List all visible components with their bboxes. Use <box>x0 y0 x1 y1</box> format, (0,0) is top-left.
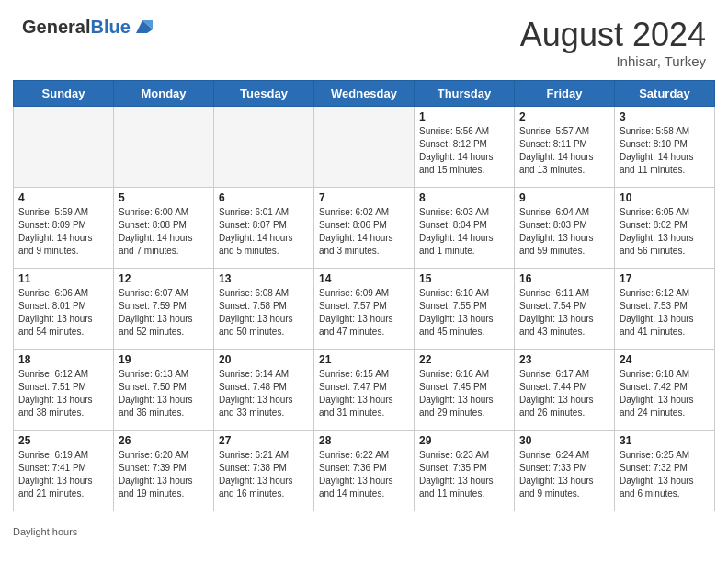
day-number: 30 <box>519 434 609 447</box>
day-info: Sunrise: 6:13 AM Sunset: 7:50 PM Dayligh… <box>119 368 209 419</box>
day-number: 21 <box>319 353 409 366</box>
calendar-cell: 19Sunrise: 6:13 AM Sunset: 7:50 PM Dayli… <box>114 349 214 430</box>
calendar-cell: 27Sunrise: 6:21 AM Sunset: 7:38 PM Dayli… <box>214 430 314 511</box>
month-year: August 2024 <box>520 17 706 53</box>
calendar-cell: 21Sunrise: 6:15 AM Sunset: 7:47 PM Dayli… <box>314 349 415 430</box>
calendar-cell: 24Sunrise: 6:18 AM Sunset: 7:42 PM Dayli… <box>615 349 715 430</box>
calendar-cell: 30Sunrise: 6:24 AM Sunset: 7:33 PM Dayli… <box>515 430 615 511</box>
logo-general: GeneralBlue <box>22 17 131 37</box>
calendar-table: SundayMondayTuesdayWednesdayThursdayFrid… <box>13 80 715 511</box>
day-number: 5 <box>119 191 209 204</box>
calendar-cell: 17Sunrise: 6:12 AM Sunset: 7:53 PM Dayli… <box>615 268 715 349</box>
day-info: Sunrise: 6:23 AM Sunset: 7:35 PM Dayligh… <box>419 449 509 500</box>
col-header-wednesday: Wednesday <box>314 80 415 106</box>
day-number: 1 <box>419 110 509 123</box>
day-info: Sunrise: 6:25 AM Sunset: 7:32 PM Dayligh… <box>620 449 710 500</box>
col-header-saturday: Saturday <box>615 80 715 106</box>
day-number: 29 <box>419 434 509 447</box>
calendar-cell: 11Sunrise: 6:06 AM Sunset: 8:01 PM Dayli… <box>14 268 114 349</box>
footer: Daylight hours <box>0 521 728 541</box>
day-number: 17 <box>620 272 710 285</box>
calendar-week-1: 4Sunrise: 5:59 AM Sunset: 8:09 PM Daylig… <box>14 187 715 268</box>
calendar-cell: 23Sunrise: 6:17 AM Sunset: 7:44 PM Dayli… <box>515 349 615 430</box>
title-block: August 2024 Inhisar, Turkey <box>520 17 706 69</box>
day-info: Sunrise: 6:08 AM Sunset: 7:58 PM Dayligh… <box>219 287 309 339</box>
calendar-cell: 16Sunrise: 6:11 AM Sunset: 7:54 PM Dayli… <box>515 268 615 349</box>
calendar-header: SundayMondayTuesdayWednesdayThursdayFrid… <box>14 80 715 106</box>
calendar: SundayMondayTuesdayWednesdayThursdayFrid… <box>0 76 728 521</box>
calendar-body: 1Sunrise: 5:56 AM Sunset: 8:12 PM Daylig… <box>14 106 715 511</box>
calendar-week-0: 1Sunrise: 5:56 AM Sunset: 8:12 PM Daylig… <box>14 106 715 187</box>
calendar-week-2: 11Sunrise: 6:06 AM Sunset: 8:01 PM Dayli… <box>14 268 715 349</box>
day-info: Sunrise: 6:17 AM Sunset: 7:44 PM Dayligh… <box>519 368 609 419</box>
day-number: 16 <box>519 272 609 285</box>
day-info: Sunrise: 6:12 AM Sunset: 7:51 PM Dayligh… <box>18 368 108 419</box>
day-info: Sunrise: 6:19 AM Sunset: 7:41 PM Dayligh… <box>18 449 108 500</box>
day-number: 6 <box>219 191 309 204</box>
calendar-cell: 20Sunrise: 6:14 AM Sunset: 7:48 PM Dayli… <box>214 349 314 430</box>
logo-icon <box>132 17 153 37</box>
col-header-tuesday: Tuesday <box>214 80 314 106</box>
calendar-cell: 15Sunrise: 6:10 AM Sunset: 7:55 PM Dayli… <box>415 268 515 349</box>
day-info: Sunrise: 6:14 AM Sunset: 7:48 PM Dayligh… <box>219 368 309 419</box>
calendar-cell <box>114 106 214 187</box>
calendar-cell: 1Sunrise: 5:56 AM Sunset: 8:12 PM Daylig… <box>415 106 515 187</box>
day-number: 28 <box>319 434 409 447</box>
day-number: 31 <box>620 434 710 447</box>
col-header-thursday: Thursday <box>415 80 515 106</box>
daylight-label: Daylight hours <box>13 526 77 537</box>
location: Inhisar, Turkey <box>520 53 706 69</box>
day-number: 7 <box>319 191 409 204</box>
day-info: Sunrise: 6:01 AM Sunset: 8:07 PM Dayligh… <box>219 206 309 258</box>
day-info: Sunrise: 6:02 AM Sunset: 8:06 PM Dayligh… <box>319 206 409 258</box>
calendar-cell: 25Sunrise: 6:19 AM Sunset: 7:41 PM Dayli… <box>14 430 114 511</box>
col-header-friday: Friday <box>515 80 615 106</box>
calendar-cell: 3Sunrise: 5:58 AM Sunset: 8:10 PM Daylig… <box>615 106 715 187</box>
calendar-week-3: 18Sunrise: 6:12 AM Sunset: 7:51 PM Dayli… <box>14 349 715 430</box>
calendar-cell: 14Sunrise: 6:09 AM Sunset: 7:57 PM Dayli… <box>314 268 415 349</box>
day-info: Sunrise: 6:06 AM Sunset: 8:01 PM Dayligh… <box>18 287 108 339</box>
header-row: SundayMondayTuesdayWednesdayThursdayFrid… <box>14 80 715 106</box>
col-header-monday: Monday <box>114 80 214 106</box>
day-info: Sunrise: 5:57 AM Sunset: 8:11 PM Dayligh… <box>519 125 609 177</box>
calendar-cell: 8Sunrise: 6:03 AM Sunset: 8:04 PM Daylig… <box>415 187 515 268</box>
calendar-cell: 29Sunrise: 6:23 AM Sunset: 7:35 PM Dayli… <box>415 430 515 511</box>
day-number: 22 <box>419 353 509 366</box>
calendar-cell: 10Sunrise: 6:05 AM Sunset: 8:02 PM Dayli… <box>615 187 715 268</box>
logo: GeneralBlue <box>22 17 153 37</box>
day-number: 14 <box>319 272 409 285</box>
day-info: Sunrise: 6:10 AM Sunset: 7:55 PM Dayligh… <box>419 287 509 339</box>
calendar-cell: 31Sunrise: 6:25 AM Sunset: 7:32 PM Dayli… <box>615 430 715 511</box>
day-number: 12 <box>119 272 209 285</box>
day-number: 20 <box>219 353 309 366</box>
day-info: Sunrise: 6:21 AM Sunset: 7:38 PM Dayligh… <box>219 449 309 500</box>
day-info: Sunrise: 5:56 AM Sunset: 8:12 PM Dayligh… <box>419 125 509 177</box>
day-info: Sunrise: 5:58 AM Sunset: 8:10 PM Dayligh… <box>620 125 710 177</box>
calendar-cell <box>314 106 415 187</box>
day-number: 26 <box>119 434 209 447</box>
day-info: Sunrise: 6:20 AM Sunset: 7:39 PM Dayligh… <box>119 449 209 500</box>
calendar-cell: 9Sunrise: 6:04 AM Sunset: 8:03 PM Daylig… <box>515 187 615 268</box>
calendar-cell: 13Sunrise: 6:08 AM Sunset: 7:58 PM Dayli… <box>214 268 314 349</box>
day-info: Sunrise: 5:59 AM Sunset: 8:09 PM Dayligh… <box>18 206 108 258</box>
calendar-cell <box>14 106 114 187</box>
day-info: Sunrise: 6:12 AM Sunset: 7:53 PM Dayligh… <box>620 287 710 339</box>
calendar-cell: 2Sunrise: 5:57 AM Sunset: 8:11 PM Daylig… <box>515 106 615 187</box>
day-number: 8 <box>419 191 509 204</box>
day-info: Sunrise: 6:04 AM Sunset: 8:03 PM Dayligh… <box>519 206 609 258</box>
day-number: 3 <box>620 110 710 123</box>
calendar-cell: 5Sunrise: 6:00 AM Sunset: 8:08 PM Daylig… <box>114 187 214 268</box>
day-number: 18 <box>18 353 108 366</box>
day-info: Sunrise: 6:18 AM Sunset: 7:42 PM Dayligh… <box>620 368 710 419</box>
day-info: Sunrise: 6:15 AM Sunset: 7:47 PM Dayligh… <box>319 368 409 419</box>
page-header: GeneralBlue August 2024 Inhisar, Turkey <box>0 0 728 76</box>
day-number: 25 <box>18 434 108 447</box>
day-info: Sunrise: 6:09 AM Sunset: 7:57 PM Dayligh… <box>319 287 409 339</box>
day-number: 15 <box>419 272 509 285</box>
day-number: 2 <box>519 110 609 123</box>
calendar-cell <box>214 106 314 187</box>
day-info: Sunrise: 6:11 AM Sunset: 7:54 PM Dayligh… <box>519 287 609 339</box>
day-number: 9 <box>519 191 609 204</box>
calendar-cell: 7Sunrise: 6:02 AM Sunset: 8:06 PM Daylig… <box>314 187 415 268</box>
day-number: 27 <box>219 434 309 447</box>
